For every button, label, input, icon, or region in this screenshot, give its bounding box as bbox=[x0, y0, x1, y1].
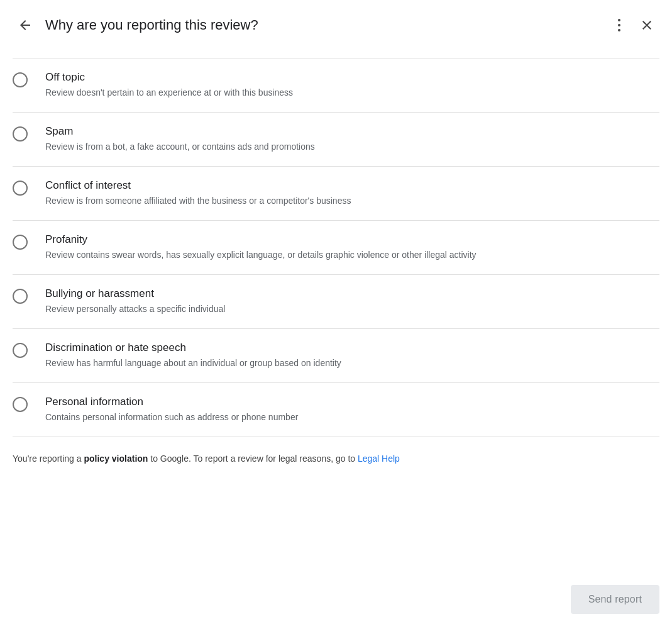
footer-prefix: You're reporting a bbox=[13, 454, 84, 464]
send-report-button[interactable]: Send report bbox=[571, 585, 659, 614]
option-text-conflict-of-interest: Conflict of interestReview is from someo… bbox=[45, 179, 659, 208]
option-item-profanity[interactable]: ProfanityReview contains swear words, ha… bbox=[13, 221, 659, 275]
option-title-conflict-of-interest: Conflict of interest bbox=[45, 179, 659, 192]
radio-off-topic[interactable] bbox=[13, 72, 28, 87]
option-item-spam[interactable]: SpamReview is from a bot, a fake account… bbox=[13, 113, 659, 167]
option-title-personal-information: Personal information bbox=[45, 396, 659, 408]
option-title-discrimination-hate-speech: Discrimination or hate speech bbox=[45, 342, 659, 354]
footer-note: You're reporting a policy violation to G… bbox=[0, 437, 672, 476]
option-desc-profanity: Review contains swear words, has sexuall… bbox=[45, 248, 659, 262]
radio-conflict-of-interest[interactable] bbox=[13, 181, 28, 196]
option-item-bullying-harassment[interactable]: Bullying or harassmentReview personally … bbox=[13, 275, 659, 329]
radio-profanity[interactable] bbox=[13, 235, 28, 250]
option-title-spam: Spam bbox=[45, 125, 659, 138]
close-button[interactable] bbox=[634, 13, 659, 38]
option-title-profanity: Profanity bbox=[45, 233, 659, 246]
option-item-discrimination-hate-speech[interactable]: Discrimination or hate speechReview has … bbox=[13, 329, 659, 383]
option-title-off-topic: Off topic bbox=[45, 71, 659, 84]
options-list: Off topicReview doesn't pertain to an ex… bbox=[0, 58, 672, 437]
radio-discrimination-hate-speech[interactable] bbox=[13, 343, 28, 358]
footer-middle: to Google. To report a review for legal … bbox=[148, 454, 358, 464]
back-button[interactable] bbox=[13, 13, 38, 38]
close-icon bbox=[639, 18, 654, 33]
option-desc-spam: Review is from a bot, a fake account, or… bbox=[45, 140, 659, 153]
option-title-bullying-harassment: Bullying or harassment bbox=[45, 287, 659, 300]
header-actions bbox=[609, 10, 659, 40]
option-text-profanity: ProfanityReview contains swear words, ha… bbox=[45, 233, 659, 262]
option-item-conflict-of-interest[interactable]: Conflict of interestReview is from someo… bbox=[13, 167, 659, 221]
option-item-personal-information[interactable]: Personal informationContains personal in… bbox=[13, 383, 659, 437]
header: Why are you reporting this review? bbox=[0, 0, 672, 50]
more-options-button[interactable] bbox=[609, 10, 629, 40]
send-report-container: Send report bbox=[558, 577, 672, 629]
option-item-off-topic[interactable]: Off topicReview doesn't pertain to an ex… bbox=[13, 58, 659, 113]
option-text-spam: SpamReview is from a bot, a fake account… bbox=[45, 125, 659, 153]
option-desc-personal-information: Contains personal information such as ad… bbox=[45, 411, 659, 424]
option-text-off-topic: Off topicReview doesn't pertain to an ex… bbox=[45, 71, 659, 99]
radio-personal-information[interactable] bbox=[13, 397, 28, 412]
option-desc-bullying-harassment: Review personally attacks a specific ind… bbox=[45, 303, 659, 316]
option-text-discrimination-hate-speech: Discrimination or hate speechReview has … bbox=[45, 342, 659, 370]
option-text-bullying-harassment: Bullying or harassmentReview personally … bbox=[45, 287, 659, 316]
option-desc-off-topic: Review doesn't pertain to an experience … bbox=[45, 86, 659, 99]
radio-bullying-harassment[interactable] bbox=[13, 289, 28, 304]
page-title: Why are you reporting this review? bbox=[45, 17, 609, 33]
more-vert-icon bbox=[614, 15, 624, 35]
option-desc-discrimination-hate-speech: Review has harmful language about an ind… bbox=[45, 357, 659, 370]
legal-help-link[interactable]: Legal Help bbox=[358, 454, 400, 464]
option-desc-conflict-of-interest: Review is from someone affiliated with t… bbox=[45, 194, 659, 208]
option-text-personal-information: Personal informationContains personal in… bbox=[45, 396, 659, 424]
footer-bold: policy violation bbox=[84, 454, 148, 464]
radio-spam[interactable] bbox=[13, 126, 28, 142]
